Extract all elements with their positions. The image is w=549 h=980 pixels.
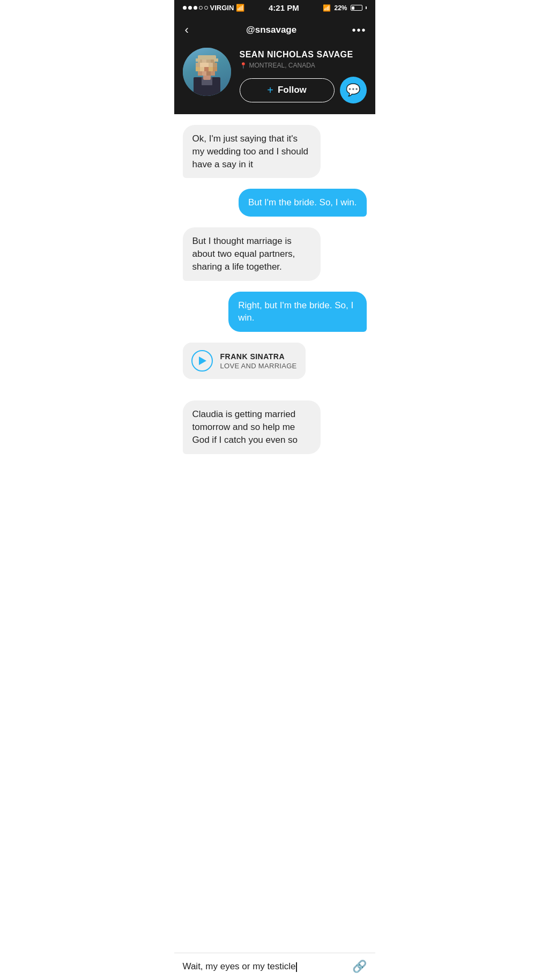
signal-dot-5 <box>204 6 208 10</box>
message-icon: 💬 <box>346 83 360 97</box>
more-button[interactable]: ••• <box>352 24 366 36</box>
svg-rect-10 <box>209 63 213 67</box>
music-title: LOVE AND MARRIAGE <box>220 362 297 370</box>
nav-username: @snsavage <box>246 25 296 35</box>
battery-fill <box>352 6 354 10</box>
status-time: 4:21 PM <box>269 3 299 12</box>
svg-rect-13 <box>200 67 204 71</box>
profile-actions: + Follow 💬 <box>240 77 367 103</box>
message-bubble-outgoing-2: Right, but I'm the bride. So, I win. <box>228 292 366 332</box>
music-player-row: FRANK SINATRA LOVE AND MARRIAGE <box>183 343 367 390</box>
svg-rect-23 <box>214 58 218 62</box>
svg-rect-21 <box>198 55 216 60</box>
svg-rect-8 <box>200 63 204 67</box>
chat-area: Ok, I'm just saying that it's my wedding… <box>174 114 375 508</box>
music-artist: FRANK SINATRA <box>220 352 297 361</box>
avatar <box>183 48 231 96</box>
svg-rect-9 <box>204 63 209 67</box>
message-bubble-outgoing-1: But I'm the bride. So, I win. <box>239 189 367 217</box>
battery-percent: 22% <box>334 4 347 12</box>
follow-label: Follow <box>278 85 307 95</box>
battery-tip <box>366 6 367 9</box>
svg-rect-19 <box>206 71 211 76</box>
music-player-bubble: FRANK SINATRA LOVE AND MARRIAGE <box>183 343 306 379</box>
location-pin-icon: 📍 <box>240 62 247 69</box>
bluetooth-icon: 📶 <box>323 4 331 12</box>
svg-rect-12 <box>196 67 200 71</box>
carrier-name: VIRGIN <box>210 4 234 12</box>
message-bubble-incoming-1: Ok, I'm just saying that it's my wedding… <box>183 125 321 178</box>
play-button[interactable] <box>191 350 213 372</box>
svg-rect-20 <box>211 71 215 76</box>
status-carrier: VIRGIN 📶 <box>183 4 245 12</box>
message-row: But I thought marriage is about two equa… <box>183 227 367 280</box>
signal-dot-1 <box>183 6 187 10</box>
signal-indicator <box>183 6 208 10</box>
svg-rect-11 <box>213 63 217 67</box>
svg-rect-14 <box>204 67 209 71</box>
status-bar: VIRGIN 📶 4:21 PM 📶 22% <box>174 0 375 16</box>
signal-dot-4 <box>199 6 203 10</box>
message-button[interactable]: 💬 <box>340 77 367 103</box>
battery-indicator <box>351 5 362 11</box>
location-text: MONTREAL, CANADA <box>249 62 315 69</box>
message-bubble-incoming-3: Claudia is getting married tomorrow and … <box>183 400 321 454</box>
svg-rect-7 <box>196 63 200 67</box>
svg-rect-17 <box>198 71 202 76</box>
follow-button[interactable]: + Follow <box>240 78 335 102</box>
back-button[interactable]: ‹ <box>183 21 191 39</box>
profile-location: 📍 MONTREAL, CANADA <box>240 62 367 69</box>
svg-rect-15 <box>209 67 213 71</box>
signal-dot-2 <box>188 6 192 10</box>
svg-rect-18 <box>202 71 206 76</box>
message-row: Claudia is getting married tomorrow and … <box>183 400 367 454</box>
avatar-image <box>183 48 231 96</box>
message-row: Ok, I'm just saying that it's my wedding… <box>183 125 367 178</box>
message-row: Right, but I'm the bride. So, I win. <box>183 292 367 332</box>
profile-name: SEAN NICHOLAS SAVAGE <box>240 50 367 60</box>
message-row: But I'm the bride. So, I win. <box>183 189 367 217</box>
svg-rect-22 <box>196 58 200 62</box>
music-info: FRANK SINATRA LOVE AND MARRIAGE <box>220 352 297 370</box>
wifi-icon: 📶 <box>236 4 244 12</box>
nav-bar: ‹ @snsavage ••• <box>183 21 367 39</box>
follow-plus-icon: + <box>267 84 273 96</box>
status-icons: 📶 22% <box>323 4 366 12</box>
signal-dot-3 <box>194 6 197 10</box>
play-triangle-icon <box>199 357 206 365</box>
profile-header: ‹ @snsavage ••• <box>174 16 375 114</box>
profile-info: SEAN NICHOLAS SAVAGE 📍 MONTREAL, CANADA … <box>183 48 367 103</box>
profile-text: SEAN NICHOLAS SAVAGE 📍 MONTREAL, CANADA … <box>240 48 367 103</box>
message-bubble-incoming-2: But I thought marriage is about two equa… <box>183 227 321 280</box>
svg-rect-16 <box>213 67 217 71</box>
